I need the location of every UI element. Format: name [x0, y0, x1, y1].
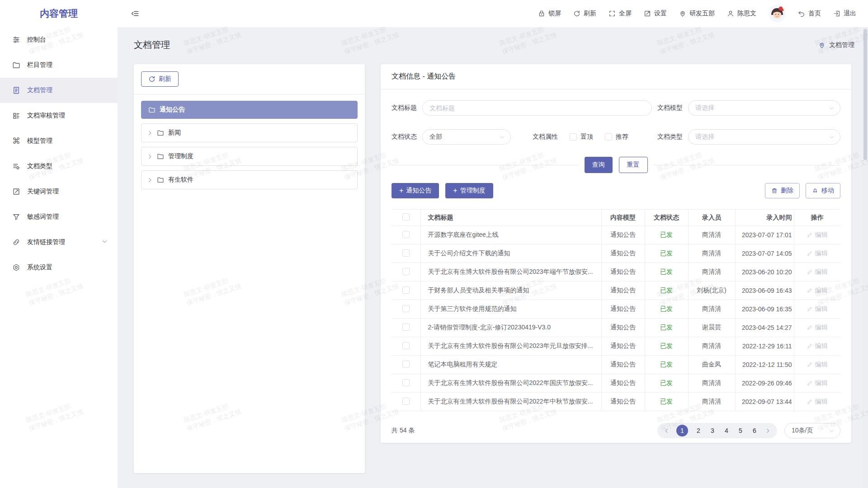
- edit-button[interactable]: 编辑: [807, 398, 828, 406]
- doc-operator: 商清清: [688, 393, 735, 411]
- page-number[interactable]: 3: [709, 427, 716, 434]
- recommend-checkbox[interactable]: [605, 133, 612, 141]
- reset-button-label: 重置: [627, 161, 640, 169]
- refresh-button[interactable]: 刷新: [573, 9, 596, 18]
- sidebar-item-doc-review[interactable]: 文档审核管理: [0, 103, 118, 128]
- doc-model: 通知公告: [601, 282, 645, 300]
- page-number[interactable]: 6: [751, 427, 758, 434]
- edit-button[interactable]: 编辑: [807, 268, 828, 276]
- table-header-row: 文档标题 内容模型 文档状态 录入员 录入时间 操作: [392, 210, 840, 226]
- page-size-select[interactable]: 10条/页: [784, 423, 840, 438]
- sidebar-item-keywords[interactable]: 关键词管理: [0, 179, 118, 204]
- sidebar-item-console[interactable]: 控制台: [0, 27, 118, 52]
- sidebar-collapse-icon[interactable]: [131, 9, 139, 18]
- doc-title[interactable]: 2-请销假管理制度-北京-修订20230419-V3.0: [420, 319, 601, 337]
- sidebar-item-friend-links[interactable]: 友情链接管理: [0, 230, 118, 255]
- tree-refresh-button[interactable]: 刷新: [141, 71, 179, 87]
- sidebar-item-columns[interactable]: 栏目管理: [0, 52, 118, 78]
- row-checkbox[interactable]: [402, 286, 410, 294]
- doc-title[interactable]: 关于第三方软件使用规范的通知: [420, 300, 601, 319]
- doc-model-select[interactable]: 请选择: [688, 100, 840, 116]
- doc-status-select[interactable]: 全部: [422, 129, 511, 145]
- edit-button[interactable]: 编辑: [807, 342, 828, 350]
- sidebar-item-doc-types[interactable]: 文档类型: [0, 154, 118, 179]
- tree-node-label: 管理制度: [168, 152, 193, 160]
- logout-button[interactable]: 退出: [833, 9, 856, 18]
- select-all-checkbox[interactable]: [402, 213, 410, 221]
- edit-button[interactable]: 编辑: [807, 324, 828, 332]
- user-avatar[interactable]: [769, 5, 786, 22]
- doc-type-select[interactable]: 请选择: [688, 129, 840, 145]
- scrollbar-thumb[interactable]: [863, 29, 867, 160]
- tree-node-rules[interactable]: 管理制度: [141, 147, 358, 166]
- edit-button[interactable]: 编辑: [807, 379, 828, 387]
- doc-title[interactable]: 关于北京有生博大软件股份有限公司2023年元旦放假安排...: [420, 337, 601, 356]
- logout-label: 退出: [844, 9, 856, 18]
- doc-title[interactable]: 关于公司介绍文件下载的通知: [420, 244, 601, 263]
- user-menu[interactable]: 陈思文: [727, 9, 756, 18]
- department-indicator[interactable]: 研发五部: [679, 9, 715, 18]
- page-number[interactable]: 1: [676, 425, 688, 436]
- top-checkbox[interactable]: [570, 133, 577, 141]
- row-checkbox[interactable]: [402, 324, 410, 331]
- lock-icon: [538, 10, 545, 17]
- page-number[interactable]: 5: [737, 427, 744, 434]
- doc-title[interactable]: 开源数字底座在gitee上线: [420, 226, 601, 244]
- edit-button[interactable]: 编辑: [807, 361, 828, 369]
- row-checkbox[interactable]: [402, 342, 410, 349]
- fullscreen-icon: [609, 10, 616, 17]
- doc-title-input[interactable]: [422, 100, 652, 116]
- add-notice-button[interactable]: + 通知公告: [392, 183, 439, 198]
- reset-button[interactable]: 重置: [619, 157, 648, 173]
- row-checkbox[interactable]: [402, 231, 410, 238]
- doc-operator: 曲金凤: [688, 356, 735, 374]
- row-checkbox[interactable]: [402, 249, 410, 257]
- add-rule-button[interactable]: + 管理制度: [445, 183, 493, 198]
- move-button[interactable]: 移动: [806, 183, 840, 198]
- doc-title[interactable]: 笔记本电脑租用有关规定: [420, 356, 601, 374]
- doc-title[interactable]: 于财务部人员变动及相关事项的通知: [420, 282, 601, 300]
- search-button[interactable]: 查询: [585, 157, 613, 173]
- prev-page-button[interactable]: [664, 428, 670, 434]
- sidebar-item-documents[interactable]: 文档管理: [0, 78, 118, 103]
- sidebar-item-models[interactable]: ⌘ 模型管理: [0, 128, 118, 154]
- status-badge: 已发: [645, 393, 688, 411]
- tree-node-notice[interactable]: 通知公告: [141, 101, 358, 119]
- doc-title[interactable]: 关于北京有生博大软件股份有限公司2022年中秋节放假安...: [420, 393, 601, 411]
- delete-button[interactable]: 删除: [765, 183, 800, 198]
- row-checkbox[interactable]: [402, 305, 410, 312]
- status-badge: 已发: [645, 337, 688, 356]
- edit-button[interactable]: 编辑: [807, 231, 828, 239]
- fullscreen-button[interactable]: 全屏: [609, 9, 632, 18]
- doc-title[interactable]: 关于北京有生博大软件股份有限公司2023年端午节放假安...: [420, 263, 601, 282]
- page-number[interactable]: 4: [723, 427, 730, 434]
- attr-recommend-option[interactable]: 推荐: [605, 133, 628, 141]
- lock-screen-button[interactable]: 锁屏: [538, 9, 561, 18]
- doc-model: 通知公告: [601, 300, 645, 319]
- document-icon: [12, 86, 20, 94]
- sidebar-item-system-settings[interactable]: 系统设置: [0, 255, 118, 280]
- edit-button[interactable]: 编辑: [807, 305, 828, 313]
- tree-node-software[interactable]: 有生软件: [141, 170, 358, 189]
- tree-node-news[interactable]: 新闻: [141, 123, 358, 142]
- fullscreen-label: 全屏: [619, 9, 632, 18]
- row-checkbox[interactable]: [402, 361, 410, 368]
- edit-label: 编辑: [815, 342, 828, 350]
- row-checkbox[interactable]: [402, 379, 410, 386]
- attr-top-option[interactable]: 置顶: [570, 133, 593, 141]
- edit-button[interactable]: 编辑: [807, 286, 828, 295]
- page-list: 1 2 3 4 5 6: [657, 423, 777, 438]
- edit-label: 编辑: [815, 268, 828, 276]
- page-number[interactable]: 2: [695, 427, 702, 434]
- settings-button[interactable]: 设置: [644, 9, 667, 18]
- row-checkbox[interactable]: [402, 398, 410, 405]
- sidebar-item-sensitive-words[interactable]: 敏感词管理: [0, 204, 118, 230]
- edit-button[interactable]: 编辑: [807, 249, 828, 258]
- home-button[interactable]: 首页: [798, 9, 821, 18]
- doc-title[interactable]: 关于北京有生博大软件股份有限公司2022年国庆节放假安...: [420, 374, 601, 393]
- page-scrollbar[interactable]: [863, 27, 868, 488]
- breadcrumb: 文档管理: [818, 41, 854, 49]
- next-page-button[interactable]: [765, 428, 771, 434]
- app-logo: 内容管理: [0, 7, 118, 20]
- row-checkbox[interactable]: [402, 268, 410, 275]
